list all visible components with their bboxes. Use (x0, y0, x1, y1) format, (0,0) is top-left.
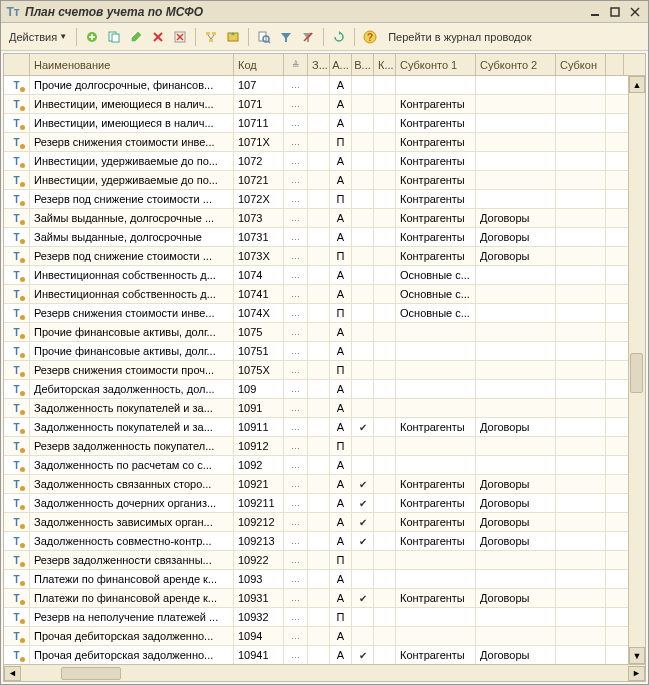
scroll-left-button[interactable]: ◄ (4, 666, 21, 681)
cell-v (352, 627, 374, 645)
col-sort-indicator[interactable]: ≜ (284, 54, 308, 75)
cell-subkonto3 (556, 456, 606, 474)
cell-v (352, 361, 374, 379)
cell-name: Резерв под снижение стоимости ... (30, 247, 234, 265)
cell-a: А (330, 266, 352, 284)
table-row[interactable]: TЗадолженность связанных сторо...10921…А… (4, 475, 645, 494)
col-k[interactable]: К... (374, 54, 396, 75)
journal-link[interactable]: Перейти в журнал проводок (388, 31, 531, 43)
check-icon: ✔ (359, 650, 367, 661)
minimize-button[interactable] (586, 4, 604, 20)
table-row[interactable]: TПрочие финансовые активы, долг...1075…А (4, 323, 645, 342)
cell-code: 10731 (234, 228, 284, 246)
table-row[interactable]: TИнвестиции, удерживаемые до по...1072…А… (4, 152, 645, 171)
hierarchy-button[interactable] (201, 27, 221, 47)
table-row[interactable]: TРезерв на неполучение платежей ...10932… (4, 608, 645, 627)
cell-subkonto1: Основные с... (396, 266, 476, 284)
table-row[interactable]: TЗаймы выданные, долгосрочные ...1073…АК… (4, 209, 645, 228)
table-row[interactable]: TЗадолженность покупателей и за...10911…… (4, 418, 645, 437)
h-scroll-thumb[interactable] (61, 667, 121, 680)
table-row[interactable]: TИнвестиционная собственность д...10741…… (4, 285, 645, 304)
table-row[interactable]: TРезерв под снижение стоимости ...1073X…… (4, 247, 645, 266)
dot-icon: … (288, 650, 303, 660)
table-row[interactable]: TПрочие долгосрочные, финансов...107…А (4, 76, 645, 95)
cell-z (308, 456, 330, 474)
cell-name: Инвестиции, имеющиеся в налич... (30, 95, 234, 113)
table-row[interactable]: TЗадолженность по расчетам со с...1092…А (4, 456, 645, 475)
app-icon: Tт (5, 4, 21, 20)
move-button[interactable] (223, 27, 243, 47)
scroll-down-button[interactable]: ▼ (629, 647, 645, 664)
col-icon[interactable] (4, 54, 30, 75)
table-row[interactable]: TПлатежи по финансовой аренде к...1093…А (4, 570, 645, 589)
col-code[interactable]: Код (234, 54, 284, 75)
col-subkonto1[interactable]: Субконто 1 (396, 54, 476, 75)
table-row[interactable]: TИнвестиционная собственность д...1074…А… (4, 266, 645, 285)
edit-button[interactable] (126, 27, 146, 47)
dot-icon: … (288, 574, 303, 584)
table-row[interactable]: TПрочая дебиторская задолженно...10941…А… (4, 646, 645, 664)
actions-menu[interactable]: Действия ▼ (5, 29, 71, 45)
account-icon: T (9, 572, 25, 586)
table-row[interactable]: TРезерв задолженности связанны...10922…П (4, 551, 645, 570)
mark-delete-button[interactable] (170, 27, 190, 47)
table-row[interactable]: TРезерв снижения стоимости проч...1075X…… (4, 361, 645, 380)
cell-a: П (330, 551, 352, 569)
v-scroll-track[interactable] (629, 93, 645, 647)
row-icon-cell: T (4, 532, 30, 550)
table-row[interactable]: TЗаймы выданные, долгосрочные10731…АКонт… (4, 228, 645, 247)
col-v[interactable]: В... (352, 54, 374, 75)
table-row[interactable]: TРезерв снижения стоимости инве...1074X…… (4, 304, 645, 323)
horizontal-scrollbar[interactable]: ◄ ► (4, 664, 645, 681)
table-row[interactable]: TЗадолженность совместно-контр...109213…… (4, 532, 645, 551)
scroll-up-button[interactable]: ▲ (629, 76, 645, 93)
refresh-button[interactable] (329, 27, 349, 47)
table-row[interactable]: TДебиторская задолженность, дол...109…А (4, 380, 645, 399)
table-row[interactable]: TЗадолженность покупателей и за...1091…А (4, 399, 645, 418)
add-button[interactable] (82, 27, 102, 47)
cell-a: А (330, 570, 352, 588)
col-a[interactable]: А... (330, 54, 352, 75)
table-row[interactable]: TРезерв задолженность покупател...10912…… (4, 437, 645, 456)
col-subkonto3[interactable]: Субкон (556, 54, 606, 75)
table-row[interactable]: TПрочие финансовые активы, долг...10751…… (4, 342, 645, 361)
filter-button[interactable] (276, 27, 296, 47)
maximize-button[interactable] (606, 4, 624, 20)
cell-code: 10921 (234, 475, 284, 493)
vertical-scrollbar[interactable]: ▲ ▼ (628, 76, 645, 664)
cell-a: А (330, 209, 352, 227)
scroll-right-button[interactable]: ► (628, 666, 645, 681)
cell-z (308, 133, 330, 151)
table-row[interactable]: TЗадолженность дочерних организ...109211… (4, 494, 645, 513)
col-z[interactable]: З... (308, 54, 330, 75)
table-row[interactable]: TПрочая дебиторская задолженно...1094…А (4, 627, 645, 646)
dot-icon: … (288, 175, 303, 185)
table-row[interactable]: TПлатежи по финансовой аренде к...10931…… (4, 589, 645, 608)
table-row[interactable]: TЗадолженность зависимых орган...109212…… (4, 513, 645, 532)
help-button[interactable]: ? (360, 27, 380, 47)
table-row[interactable]: TИнвестиции, имеющиеся в налич...1071…АК… (4, 95, 645, 114)
close-button[interactable] (626, 4, 644, 20)
copy-button[interactable] (104, 27, 124, 47)
table-row[interactable]: TИнвестиции, имеющиеся в налич...10711…А… (4, 114, 645, 133)
table-row[interactable]: TРезерв снижения стоимости инве...1071X…… (4, 133, 645, 152)
table-row[interactable]: TИнвестиции, удерживаемые до по...10721…… (4, 171, 645, 190)
v-scroll-thumb[interactable] (630, 353, 643, 393)
cell-code: 10931 (234, 589, 284, 607)
col-subkonto2[interactable]: Субконто 2 (476, 54, 556, 75)
delete-button[interactable] (148, 27, 168, 47)
table-row[interactable]: TРезерв под снижение стоимости ...1072X…… (4, 190, 645, 209)
cell-a: А (330, 171, 352, 189)
find-button[interactable] (254, 27, 274, 47)
filter-off-button[interactable] (298, 27, 318, 47)
cell-sort: … (284, 361, 308, 379)
actions-label: Действия (9, 31, 57, 43)
cell-subkonto2 (476, 171, 556, 189)
col-name[interactable]: Наименование (30, 54, 234, 75)
account-icon: T (9, 325, 25, 339)
cell-subkonto2 (476, 323, 556, 341)
separator (354, 28, 355, 46)
check-icon: ✔ (359, 422, 367, 433)
account-icon: T (9, 344, 25, 358)
h-scroll-track[interactable] (21, 666, 628, 681)
